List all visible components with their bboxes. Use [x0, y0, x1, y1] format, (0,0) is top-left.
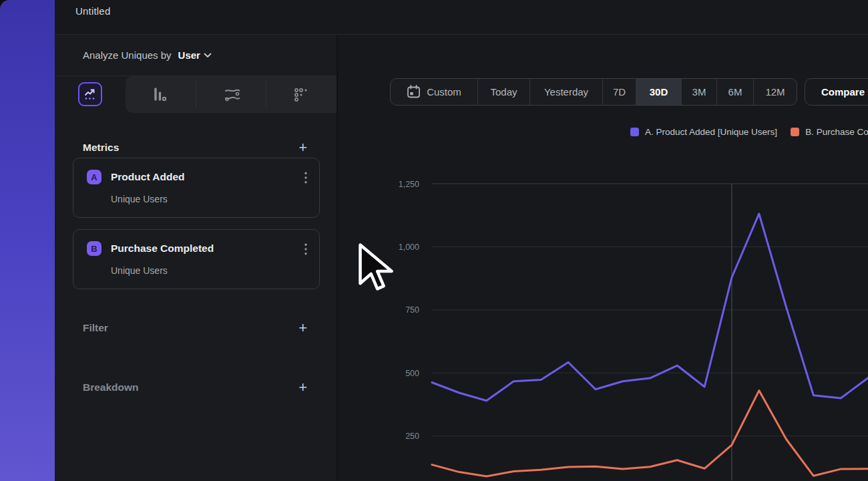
report-type-tabs	[55, 76, 337, 113]
tab-retention[interactable]	[282, 76, 319, 113]
analyze-by-label: Analyze Uniques by	[83, 49, 172, 61]
filter-title: Filter	[83, 322, 108, 334]
y-axis-label: 750	[405, 305, 419, 315]
kebab-menu-icon	[304, 243, 307, 255]
y-axis-label: 1,000	[399, 243, 419, 252]
breakdown-title: Breakdown	[83, 381, 139, 393]
analyze-by-dropdown[interactable]: User	[178, 49, 212, 61]
metric-badge-a: A	[87, 170, 101, 184]
analyze-by-value: User	[178, 49, 200, 61]
metric-measure[interactable]: Unique Users	[111, 194, 308, 204]
flows-icon	[223, 87, 242, 103]
y-axis-label: 1,250	[399, 180, 419, 189]
metric-name: Product Added	[111, 171, 308, 183]
metric-name: Purchase Completed	[111, 243, 308, 255]
metric-badge-b: B	[87, 241, 101, 256]
analytics-app-window: Untitled Analyze Uniques by User	[55, 0, 868, 481]
add-breakdown-button[interactable]: +	[298, 381, 307, 394]
line-chart-icon	[83, 87, 97, 102]
series-line-b	[432, 391, 868, 476]
kebab-menu-icon	[304, 172, 307, 184]
breakdown-section-header: Breakdown +	[55, 377, 337, 397]
metric-menu-button[interactable]	[304, 172, 307, 184]
y-axis-label: 500	[405, 369, 419, 378]
tab-bar-chart[interactable]	[141, 76, 178, 113]
query-builder-panel: Analyze Uniques by User	[55, 35, 338, 480]
chart-area: Custom Today Yesterday 7D 30D 3M 6M 12M …	[338, 35, 868, 480]
retention-grid-icon	[292, 86, 310, 104]
metric-menu-button[interactable]	[304, 243, 307, 255]
screen: Untitled Analyze Uniques by User	[0, 0, 868, 481]
add-filter-button[interactable]: +	[298, 321, 307, 335]
tab-separator	[196, 82, 196, 108]
tab-separator	[266, 82, 266, 108]
analyze-by-row: Analyze Uniques by User	[55, 35, 337, 76]
bar-chart-icon	[151, 86, 168, 104]
metrics-section-header: Metrics +	[55, 138, 337, 158]
metric-card-b[interactable]: B Purchase Completed Unique Users	[73, 229, 320, 289]
metric-card-a[interactable]: A Product Added Unique Users	[73, 158, 320, 218]
add-metric-button[interactable]: +	[298, 141, 307, 154]
tab-flows[interactable]	[214, 76, 250, 113]
tab-insights-selected[interactable]	[78, 82, 102, 106]
metrics-title: Metrics	[83, 142, 119, 154]
chevron-down-icon	[204, 53, 212, 58]
filter-section-header: Filter +	[55, 318, 337, 338]
y-axis-label: 250	[405, 432, 419, 441]
line-chart[interactable]: 02505007501,0001,250May 2May 4May 6May 8…	[338, 69, 868, 480]
report-title[interactable]: Untitled	[75, 5, 110, 17]
metric-measure[interactable]: Unique Users	[111, 265, 308, 276]
background-gradient-panel	[0, 0, 55, 481]
title-bar: Untitled	[55, 0, 868, 35]
